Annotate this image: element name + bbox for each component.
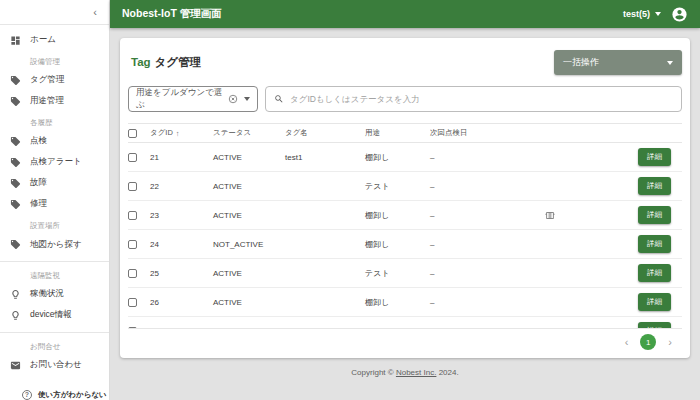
sort-asc-icon[interactable]: ↑ xyxy=(176,129,180,138)
sidebar-section-contact: お問合せ xyxy=(0,339,109,355)
footer-copyright: Copyright © Nobest Inc. 2024. xyxy=(110,368,700,377)
table-body: 21 ACTIVE test1 棚卸し – 詳細 22 ACTIVE テスト – xyxy=(128,143,682,328)
tag-icon xyxy=(10,157,21,168)
sidebar-item-label: タグ管理 xyxy=(30,74,64,86)
page-number[interactable]: 1 xyxy=(640,334,656,350)
row-checkbox[interactable] xyxy=(128,153,137,162)
row-checkbox[interactable] xyxy=(128,269,137,278)
sidebar-section-history: 各履歴 xyxy=(0,112,109,131)
sidebar-section-equipment: 設備管理 xyxy=(0,51,109,70)
search-field xyxy=(265,86,682,112)
detail-button[interactable]: 詳細 xyxy=(638,148,671,166)
cell-status: ACTIVE xyxy=(213,211,285,220)
sidebar-item-label: 点検アラート xyxy=(30,156,82,168)
sidebar-item-inspection-alert[interactable]: 点検アラート xyxy=(0,152,109,173)
sidebar-section-monitoring: 遠隔監視 xyxy=(0,268,109,284)
sidebar-item-map-search[interactable]: 地図から探す xyxy=(0,234,109,255)
page-prev-icon[interactable]: ‹ xyxy=(625,337,629,348)
cell-tag-name: test1 xyxy=(285,153,365,162)
cell-next-inspection: – xyxy=(430,211,515,220)
table-header: タグID↑ ステータス タグ名 用途 次回点検日 xyxy=(128,123,682,143)
usage-filter-select[interactable]: 用途をプルダウンで選ぶ xyxy=(128,86,258,112)
cell-status: NOT_ACTIVE xyxy=(213,240,285,249)
main-area: Nobest-IoT 管理画面 test(5) Tagタグ管理 一括操作 xyxy=(110,0,700,400)
chevron-down-icon xyxy=(244,97,250,101)
cell-next-inspection: – xyxy=(430,269,515,278)
battery-icon xyxy=(515,211,638,220)
chevron-left-icon: ‹ xyxy=(93,6,97,18)
row-checkbox[interactable] xyxy=(128,240,137,249)
cell-status: ACTIVE xyxy=(213,298,285,307)
help-label: 使い方がわからない xyxy=(38,390,107,400)
sidebar-item-device-info[interactable]: device情報 xyxy=(0,305,109,326)
cell-tag-id: 23 xyxy=(150,211,213,220)
sidebar-item-home[interactable]: ホーム xyxy=(0,30,109,51)
tag-icon xyxy=(10,136,21,147)
dashboard-icon xyxy=(10,35,21,46)
detail-button[interactable]: 詳細 xyxy=(638,235,671,253)
cell-status: ACTIVE xyxy=(213,153,285,162)
page-content: Tagタグ管理 一括操作 用途をプルダウンで選ぶ xyxy=(110,28,700,400)
usage-filter-label: 用途をプルダウンで選ぶ xyxy=(136,87,228,111)
table-row: 21 ACTIVE test1 棚卸し – 詳細 xyxy=(128,143,682,172)
table-row: 26 ACTIVE 棚卸し – 詳細 xyxy=(128,288,682,317)
sidebar-item-failure[interactable]: 故障 xyxy=(0,173,109,194)
help-circle-icon: ? xyxy=(22,390,32,400)
tag-icon xyxy=(10,239,21,250)
tag-icon xyxy=(10,96,21,107)
cell-tag-id: 21 xyxy=(150,153,213,162)
column-next-inspection: 次回点検日 xyxy=(430,128,515,138)
account-circle-icon[interactable] xyxy=(671,6,688,23)
cell-tag-id: 24 xyxy=(150,240,213,249)
user-name: test(5) xyxy=(623,9,650,19)
column-status: ステータス xyxy=(213,128,285,138)
page-next-icon[interactable]: › xyxy=(668,337,672,348)
sidebar-help-link[interactable]: ? 使い方がわからない xyxy=(0,390,109,400)
detail-button[interactable]: 詳細 xyxy=(638,293,671,311)
sidebar-item-usage-manage[interactable]: 用途管理 xyxy=(0,91,109,112)
sidebar-section-location: 設置場所 xyxy=(0,215,109,234)
sidebar-collapse-button[interactable]: ‹ xyxy=(0,0,109,25)
tag-icon xyxy=(10,178,21,189)
user-menu[interactable]: test(5) xyxy=(623,9,661,19)
sidebar-item-label: 点検 xyxy=(30,135,47,147)
sidebar-item-label: 修理 xyxy=(30,198,47,210)
sidebar-item-label: ホーム xyxy=(30,34,56,46)
column-tag-id: タグID xyxy=(150,128,173,138)
column-usage: 用途 xyxy=(365,128,430,138)
lightbulb-icon xyxy=(10,289,21,300)
sidebar-item-label: 用途管理 xyxy=(30,95,64,107)
cell-next-inspection: – xyxy=(430,298,515,307)
table-row: 22 ACTIVE テスト – 詳細 xyxy=(128,172,682,201)
cell-status: ACTIVE xyxy=(213,182,285,191)
tag-badge: Tag xyxy=(131,56,151,68)
sidebar-item-repair[interactable]: 修理 xyxy=(0,194,109,215)
sidebar-item-operation-status[interactable]: 稼働状況 xyxy=(0,284,109,305)
search-icon xyxy=(274,94,284,104)
search-input[interactable] xyxy=(290,94,673,104)
pagination: ‹ 1 › xyxy=(128,328,682,355)
row-checkbox[interactable] xyxy=(128,298,137,307)
lightbulb-icon xyxy=(10,310,21,321)
detail-button[interactable]: 詳細 xyxy=(638,177,671,195)
company-link[interactable]: Nobest Inc. xyxy=(396,368,436,377)
sidebar-item-contact[interactable]: お問い合わせ xyxy=(0,355,109,376)
sidebar-item-inspection[interactable]: 点検 xyxy=(0,131,109,152)
row-checkbox[interactable] xyxy=(128,182,137,191)
sidebar-item-label: 故障 xyxy=(30,177,47,189)
select-all-checkbox[interactable] xyxy=(128,129,137,138)
divider xyxy=(0,332,109,333)
detail-button[interactable]: 詳細 xyxy=(638,206,671,224)
app-title: Nobest-IoT 管理画面 xyxy=(122,7,222,21)
row-checkbox[interactable] xyxy=(128,211,137,220)
sidebar-item-label: 地図から探す xyxy=(30,239,82,251)
table-row: 25 ACTIVE テスト – 詳細 xyxy=(128,259,682,288)
cell-tag-id: 25 xyxy=(150,269,213,278)
divider xyxy=(0,261,109,262)
bulk-action-button[interactable]: 一括操作 xyxy=(554,50,682,75)
cell-next-inspection: – xyxy=(430,182,515,191)
detail-button[interactable]: 詳細 xyxy=(638,264,671,282)
sidebar-item-tag-manage[interactable]: タグ管理 xyxy=(0,70,109,91)
table-row-partial: 詳細 xyxy=(128,317,682,328)
clear-circle-icon[interactable] xyxy=(228,94,238,104)
